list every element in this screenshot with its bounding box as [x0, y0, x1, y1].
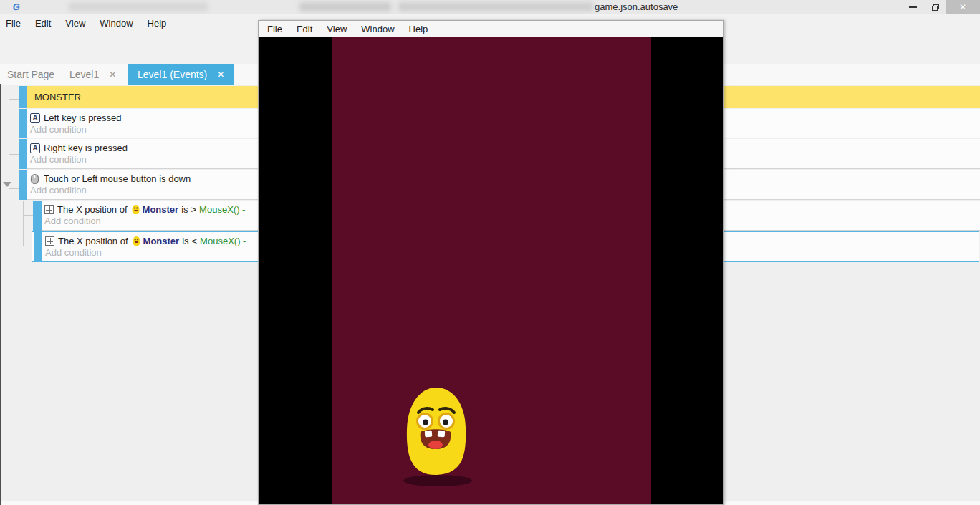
- condition-text[interactable]: Left key is pressed: [44, 112, 121, 123]
- tab-label: Start Page: [7, 69, 54, 80]
- position-icon: [45, 236, 54, 246]
- preview-menu-bar: File Edit View Window Help: [259, 21, 723, 37]
- keyboard-icon: A: [30, 143, 40, 153]
- window-title: game.json.autosave: [595, 1, 678, 12]
- minimize-icon: [909, 6, 917, 8]
- operator-text: <: [192, 236, 198, 246]
- condition-text[interactable]: Right key is pressed: [44, 143, 128, 153]
- tab-close-icon[interactable]: ✕: [109, 69, 116, 80]
- game-canvas[interactable]: [259, 37, 723, 504]
- expression-text: MouseX() -: [200, 236, 246, 246]
- position-icon: [44, 205, 54, 214]
- preview-menu-file[interactable]: File: [259, 24, 289, 34]
- event-drag-handle[interactable]: [19, 139, 27, 169]
- event-drag-handle[interactable]: [19, 170, 27, 200]
- close-button[interactable]: ✕: [946, 0, 980, 14]
- event-drag-handle[interactable]: [34, 232, 42, 261]
- condition-text[interactable]: Touch or Left mouse button is down: [44, 173, 191, 184]
- preview-menu-view[interactable]: View: [320, 24, 354, 34]
- object-name[interactable]: Monster: [143, 204, 179, 215]
- game-stage[interactable]: [332, 37, 651, 504]
- gdevelop-window: G game.json.autosave ✕ File Edit View Wi…: [0, 0, 980, 505]
- condition-text[interactable]: The X position of: [57, 204, 128, 215]
- menu-edit[interactable]: Edit: [28, 18, 58, 29]
- expression-text: MouseX() -: [199, 204, 245, 215]
- tab-level1[interactable]: Level1 ✕: [69, 64, 116, 85]
- title-bar: G game.json.autosave ✕: [0, 0, 980, 14]
- object-name[interactable]: Monster: [143, 236, 180, 246]
- preview-menu-help[interactable]: Help: [402, 24, 436, 34]
- panel-edge: [0, 84, 1, 505]
- event-drag-handle[interactable]: [19, 86, 27, 108]
- tab-label: Level1 (Events): [138, 69, 207, 80]
- preview-menu-edit[interactable]: Edit: [289, 24, 320, 34]
- condition-text: is: [182, 236, 188, 246]
- menu-file[interactable]: File: [0, 18, 28, 29]
- mouse-icon: [30, 173, 39, 185]
- redacted-title-text: [299, 2, 391, 11]
- tab-level1-events[interactable]: Level1 (Events) ✕: [128, 64, 234, 85]
- monster-object-icon: [133, 236, 140, 246]
- restore-button[interactable]: [926, 0, 946, 14]
- redacted-title-text: [69, 2, 208, 11]
- minimize-button[interactable]: [901, 0, 924, 14]
- tab-start-page[interactable]: Start Page: [7, 64, 54, 85]
- game-preview-window: File Edit View Window Help: [258, 20, 724, 505]
- event-drag-handle[interactable]: [33, 201, 42, 231]
- app-logo-icon: G: [12, 1, 21, 12]
- event-drag-handle[interactable]: [19, 109, 27, 138]
- operator-text: >: [191, 204, 197, 215]
- monster-object-icon: [132, 204, 140, 215]
- redacted-title-text: [398, 2, 593, 11]
- collapse-arrow-icon[interactable]: [3, 182, 11, 187]
- menu-help[interactable]: Help: [140, 18, 174, 29]
- preview-menu-window[interactable]: Window: [354, 24, 401, 34]
- keyboard-icon: A: [30, 113, 40, 123]
- restore-icon: [932, 4, 939, 11]
- monster-sprite: [400, 386, 472, 490]
- tab-label: Level1: [69, 69, 99, 80]
- condition-text: is: [181, 204, 188, 215]
- menu-window[interactable]: Window: [92, 18, 140, 29]
- menu-view[interactable]: View: [58, 18, 92, 29]
- tab-close-icon[interactable]: ✕: [217, 69, 224, 80]
- condition-text[interactable]: The X position of: [58, 236, 128, 246]
